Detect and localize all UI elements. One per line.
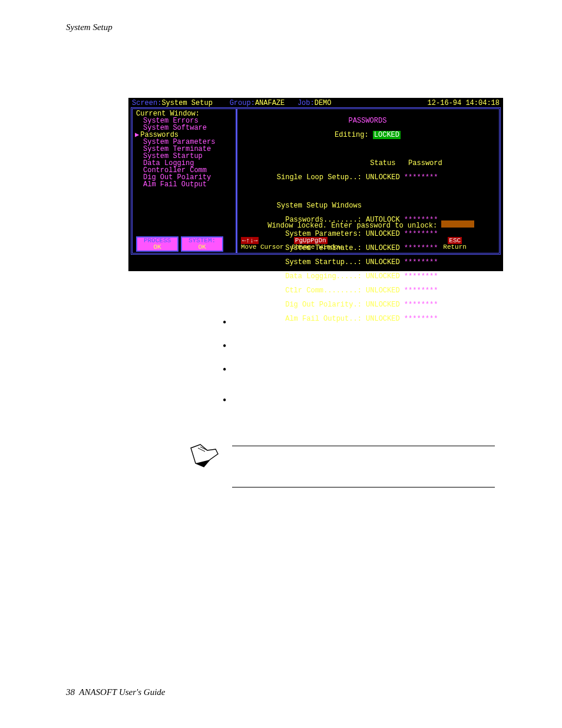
terminal-topbar: Screen:System Setup Group:ANAFAZE Job:DE… (130, 99, 502, 107)
esc-label: Return (443, 243, 467, 251)
footer-title: ANASOFT User's Guide (79, 687, 165, 697)
status-boxes: PROCESS OK SYSTEM: OK (136, 236, 223, 252)
system-value: OK (183, 244, 222, 251)
bullet-icon: • (223, 364, 226, 375)
page-footer: 38 ANASOFT User's Guide (66, 687, 166, 697)
horizontal-rule (232, 487, 495, 487)
inner-frame: Current Window: System Errors System Sof… (131, 107, 501, 255)
vertical-separator (236, 109, 237, 253)
editing-row: Editing: LOCKED (239, 131, 497, 139)
process-status-box: PROCESS OK (136, 236, 178, 252)
pw-row: Data Logging.....: UNLOCKED ******** (239, 273, 497, 280)
bullet-icon: • (223, 317, 226, 328)
single-loop-row: Single Loop Setup..: UNLOCKED ******** (239, 174, 497, 181)
job-value: DEMO (315, 99, 332, 107)
screen-value: System Setup (161, 99, 212, 107)
unlock-prompt: Window locked. Enter password to unlock: (242, 213, 474, 236)
column-headers: Status Password (239, 160, 497, 167)
section-header: System Setup Windows (239, 202, 497, 209)
editing-value: LOCKED (373, 131, 401, 139)
pw-row: System Startup...: UNLOCKED ******** (239, 259, 497, 266)
group-value: ANAFAZE (255, 99, 285, 107)
group-label: Group: (230, 99, 255, 107)
arrows-label: Move Cursor (241, 243, 284, 251)
screen-label: Screen: (132, 99, 161, 107)
terminal-screenshot: Screen:System Setup Group:ANAFAZE Job:DE… (128, 98, 503, 271)
hint-bar: ←↑↓→ PgUpPgDn ESC Move Cursor Change Win… (241, 238, 495, 251)
passwords-title: PASSWORDS (239, 117, 497, 124)
horizontal-rule (232, 446, 495, 446)
editing-label: Editing: (335, 131, 369, 139)
pw-row: Alm Fail Output..: UNLOCKED ******** (239, 315, 497, 322)
pw-row: Ctlr Comm........: UNLOCKED ******** (239, 287, 497, 294)
password-input[interactable] (441, 220, 474, 228)
page-label: Change Window (292, 243, 342, 251)
menu-item[interactable]: Alm Fail Output (135, 181, 234, 188)
datetime-value: 12-16-94 14:04:18 (428, 100, 500, 107)
pw-row: Dig Out Polarity.: UNLOCKED ******** (239, 301, 497, 308)
note-hand-icon (190, 443, 219, 468)
process-value: OK (138, 244, 177, 251)
page-number: 38 (66, 687, 75, 697)
system-status-box: SYSTEM: OK (181, 236, 223, 252)
bullet-list: • • • • (223, 317, 226, 419)
job-label: Job: (297, 99, 315, 107)
menu-pane: Current Window: System Errors System Sof… (135, 110, 234, 188)
bullet-icon: • (223, 341, 226, 351)
page-header: System Setup (66, 22, 113, 32)
bullet-icon: • (223, 395, 226, 406)
